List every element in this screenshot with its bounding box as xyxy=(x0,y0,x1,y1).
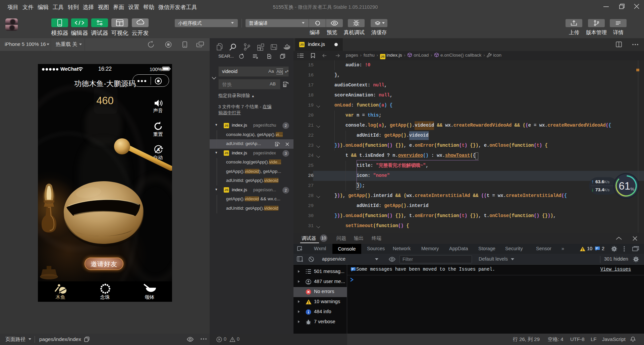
svg-text:ac: ac xyxy=(283,84,286,87)
svg-text:61: 61 xyxy=(619,180,630,192)
svg-text:%: % xyxy=(630,187,634,192)
svg-text:ab: ab xyxy=(276,144,278,146)
